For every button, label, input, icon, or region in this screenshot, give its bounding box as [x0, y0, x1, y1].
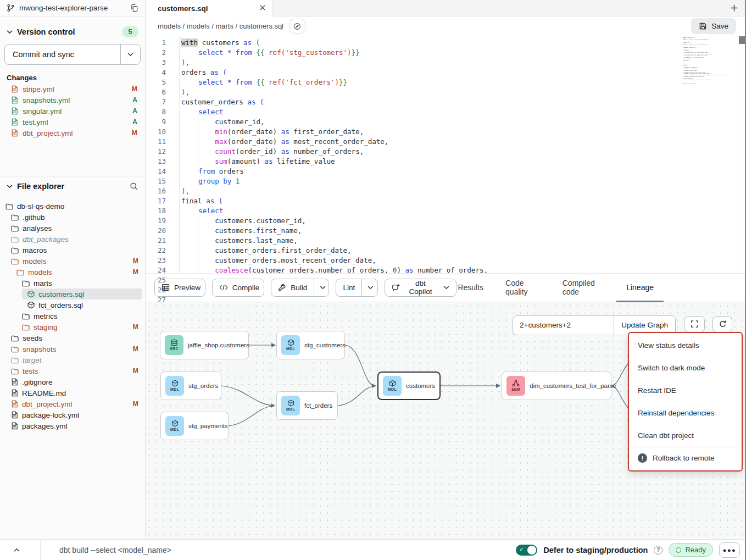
chevron-down-icon	[320, 285, 326, 290]
panel-tab-lineage[interactable]: Lineage	[625, 274, 655, 302]
folder-icon	[11, 357, 19, 364]
tree-item[interactable]: snapshotsM	[0, 343, 145, 354]
code-editor[interactable]: 1234567891011121314151617181920212223242…	[146, 36, 746, 273]
node-label: dim_customers_test_for_parse	[530, 382, 616, 389]
menu-item-rollback-to-remote[interactable]: !Rollback to remote	[629, 447, 742, 469]
tree-item[interactable]: stagingM	[0, 321, 145, 332]
file-explorer-section: File explorer db-sl-qs-demo.githubanalys…	[0, 176, 145, 539]
lineage-panel[interactable]: SRCjaffle_shop.customersMDLstg_customers…	[146, 302, 746, 540]
lineage-node-stg_payments[interactable]: MDLstg_payments	[160, 412, 229, 440]
button-main[interactable]: dbt Copilot	[385, 279, 456, 296]
scrollbar-thumb[interactable]	[739, 36, 746, 44]
version-control-title: Version control	[17, 27, 75, 36]
tree-item[interactable]: .gitignore	[0, 376, 145, 387]
tree-item[interactable]: seeds	[0, 332, 145, 343]
tab-customers-sql[interactable]: customers.sql	[146, 0, 273, 16]
node-label: jaffle_shop.customers	[188, 342, 249, 348]
change-item[interactable]: stripe.ymlM	[0, 84, 145, 95]
code-line: select * from {{ ref('fct_orders')}}	[181, 77, 746, 87]
tree-item-status: M	[133, 345, 138, 353]
lineage-node-dim_customers_test_for_parse[interactable]: SEMdim_customers_test_for_parse	[502, 372, 611, 400]
file-search-button[interactable]	[130, 182, 138, 191]
menu-item-view-status-details[interactable]: View status details	[629, 334, 742, 357]
close-icon	[259, 4, 266, 11]
lineage-node-stg_customers[interactable]: MDLstg_customers	[276, 331, 345, 359]
breadcrumb: models / models / marts / customers.sql	[158, 22, 283, 30]
commit-and-sync-button[interactable]: Commit and sync	[5, 45, 120, 64]
button-main[interactable]: Compile	[213, 279, 264, 296]
tree-item-status: M	[133, 323, 138, 331]
node-label: stg_customers	[304, 342, 346, 348]
tree-item[interactable]: dbt_project.ymlM	[0, 398, 145, 409]
tree-item[interactable]: package-lock.yml	[0, 409, 145, 420]
status-more-options-button[interactable]: ●●●	[719, 542, 740, 558]
changes-list: stripe.ymlMsnapshots.ymlAsingular.ymlAte…	[0, 84, 145, 138]
defer-toggle[interactable]: ✓	[516, 545, 537, 556]
menu-item-switch-to-dark-mode[interactable]: Switch to dark mode	[629, 357, 742, 379]
model-cube-icon	[287, 339, 294, 346]
button-main[interactable]: Lint	[336, 279, 361, 296]
refresh-graph-button[interactable]	[712, 316, 732, 332]
change-item[interactable]: singular.ymlA	[0, 106, 145, 117]
commit-options-button[interactable]	[120, 45, 140, 64]
lineage-node-jaffle_shop.customers[interactable]: SRCjaffle_shop.customers	[160, 331, 249, 359]
tree-item-label: analyses	[23, 224, 52, 232]
panel-tab-code-quality[interactable]: Code quality	[504, 274, 542, 302]
editor-scrollbar[interactable]	[738, 36, 746, 273]
menu-item-clean-dbt-project[interactable]: Clean dbt project	[629, 424, 742, 447]
tree-item[interactable]: fct_orders.sql	[0, 300, 145, 311]
tree-item[interactable]: db-sl-qs-demo	[0, 201, 145, 212]
new-tab-button[interactable]	[722, 0, 746, 16]
node-label: fct_orders	[304, 402, 332, 409]
folder-icon	[11, 258, 19, 265]
tree-item[interactable]: dbt_packages	[0, 234, 145, 245]
compass-icon	[293, 23, 301, 30]
copy-branch-button[interactable]	[130, 4, 138, 12]
panel-tab-compiled-code[interactable]: Compiled code	[561, 274, 605, 302]
change-item[interactable]: snapshots.ymlA	[0, 95, 145, 106]
tree-item[interactable]: customers.sql	[22, 289, 142, 300]
tree-item[interactable]: macros	[0, 245, 145, 256]
lineage-search-input[interactable]	[513, 316, 614, 335]
expand-command-bar-button[interactable]	[9, 548, 24, 552]
lineage-node-fct_orders[interactable]: MDLfct_orders	[276, 391, 338, 420]
status-ready-badge[interactable]: Ready	[669, 543, 713, 557]
change-item[interactable]: test.ymlA	[0, 117, 145, 127]
tree-item[interactable]: README.md	[0, 387, 145, 398]
tree-item[interactable]: packages.yml	[0, 420, 145, 431]
button-dropdown[interactable]	[314, 279, 329, 296]
tab-title: customers.sql	[158, 4, 208, 13]
tree-item[interactable]: marts	[0, 278, 145, 289]
menu-item-label: Restart IDE	[638, 386, 676, 395]
command-input[interactable]: dbt build --select <model_name>	[59, 546, 171, 555]
panel-tab-results[interactable]: Results	[456, 274, 485, 302]
tree-item[interactable]: .github	[0, 212, 145, 223]
button-main[interactable]: Build	[271, 279, 314, 296]
button-dropdown[interactable]	[361, 279, 378, 296]
compile-code-icon	[219, 284, 228, 291]
lineage-node-customers[interactable]: MDLcustomers	[377, 372, 441, 400]
menu-item-reinstall-dependencies[interactable]: Reinstall dependencies	[629, 402, 742, 424]
changes-label: Changes	[7, 74, 138, 84]
tree-item-label: macros	[23, 246, 47, 254]
tree-item[interactable]: analyses	[0, 223, 145, 234]
tree-item[interactable]: target	[0, 354, 145, 365]
open-in-explorer-button[interactable]	[289, 19, 305, 34]
tree-item[interactable]: modelsM	[0, 267, 145, 278]
lineage-node-stg_orders[interactable]: MDLstg_orders	[160, 372, 221, 400]
tree-item[interactable]: modelsM	[0, 256, 145, 267]
toggle-knob	[527, 546, 536, 555]
fullscreen-button[interactable]	[684, 316, 705, 332]
chevron-down-icon[interactable]	[7, 30, 13, 34]
close-tab-button[interactable]	[259, 4, 266, 13]
change-item[interactable]: dbt_project.ymlM	[0, 127, 145, 138]
copy-icon	[130, 4, 138, 12]
code-line: customer_orders.most_recent_order_date,	[181, 256, 746, 265]
tree-item[interactable]: metrics	[0, 311, 145, 321]
chevron-down-icon[interactable]	[7, 184, 13, 188]
tree-item[interactable]: testsM	[0, 365, 145, 376]
menu-item-restart-ide[interactable]: Restart IDE	[629, 379, 742, 402]
file-icon	[11, 118, 18, 126]
help-icon[interactable]: ?	[654, 546, 663, 555]
save-button[interactable]: Save	[691, 18, 736, 34]
